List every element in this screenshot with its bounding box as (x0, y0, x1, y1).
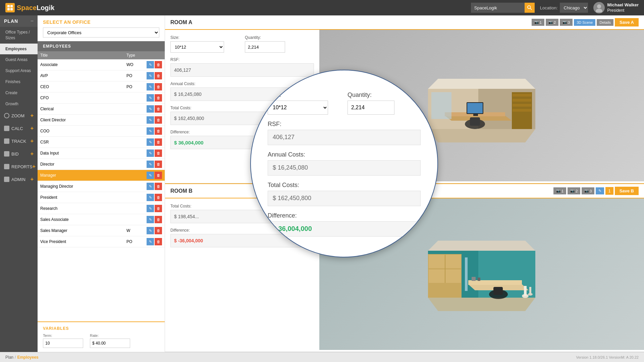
emp-edit-button[interactable]: ✎ (147, 194, 154, 201)
table-row[interactable]: AVP PO ✎ 🗑 (38, 70, 165, 81)
panel-b-img1-button[interactable]: 📷 1 (553, 187, 566, 194)
admin-plus-icon[interactable]: + (31, 176, 34, 182)
emp-edit-button[interactable]: ✎ (147, 138, 154, 146)
table-row[interactable]: Sales Associate ✎ 🗑 (38, 214, 165, 225)
emp-delete-button[interactable]: 🗑 (155, 94, 162, 102)
emp-edit-button[interactable]: ✎ (147, 127, 154, 135)
emp-delete-button[interactable]: 🗑 (155, 116, 162, 124)
bid-plus-icon[interactable]: + (31, 151, 34, 157)
table-row[interactable]: Sales Manager W ✎ 🗑 (38, 225, 165, 236)
panel-a-img3-button[interactable]: 📷 3 (560, 19, 573, 26)
emp-delete-button[interactable]: 🗑 (155, 72, 162, 79)
location-select[interactable]: Chicago (560, 3, 588, 13)
emp-delete-button[interactable]: 🗑 (155, 61, 162, 68)
table-row[interactable]: Managing Director ✎ 🗑 (38, 181, 165, 192)
sidebar-item-employees[interactable]: Employees (0, 44, 38, 55)
sidebar-item-guest-areas[interactable]: Guest Areas (0, 54, 38, 65)
emp-delete-button[interactable]: 🗑 (155, 149, 162, 157)
sidebar-item-create[interactable]: Create (0, 87, 38, 99)
table-row[interactable]: CSR ✎ 🗑 (38, 137, 165, 148)
sidebar-item-track[interactable]: TRACK + (0, 135, 38, 147)
employees-section: EMPLOYEES Title Type Associate WO ✎ 🗑 (38, 41, 165, 321)
search-button[interactable] (525, 3, 535, 13)
emp-edit-button[interactable]: ✎ (147, 238, 154, 245)
zoom-size-select[interactable]: 10*12 (268, 101, 328, 115)
table-row[interactable]: Director ✎ 🗑 (38, 159, 165, 170)
emp-delete-button[interactable]: 🗑 (155, 138, 162, 146)
emp-edit-button[interactable]: ✎ (147, 94, 154, 102)
reports-plus-icon[interactable]: + (33, 164, 36, 170)
table-row[interactable]: CFO ✎ 🗑 (38, 93, 165, 104)
term-input[interactable] (43, 339, 83, 348)
emp-delete-button[interactable]: 🗑 (155, 83, 162, 90)
track-plus-icon[interactable]: + (31, 138, 34, 144)
emp-edit-button[interactable]: ✎ (147, 116, 154, 124)
table-row[interactable]: President ✎ 🗑 (38, 192, 165, 203)
emp-delete-button[interactable]: 🗑 (155, 161, 162, 168)
sidebar-item-office-types[interactable]: Office Types / Sizes (0, 27, 38, 44)
sidebar-item-growth[interactable]: Growth (0, 99, 38, 110)
panel-a-save-button[interactable]: Save A (615, 18, 639, 26)
emp-delete-button[interactable]: 🗑 (155, 172, 162, 179)
panel-a-3d-button[interactable]: 3D Scene (574, 19, 595, 26)
breadcrumb-plan[interactable]: Plan (5, 355, 13, 360)
emp-delete-button[interactable]: 🗑 (155, 205, 162, 212)
panel-b-img3-button[interactable]: 📷 3 (582, 187, 594, 194)
emp-delete-button[interactable]: 🗑 (155, 127, 162, 135)
emp-delete-button[interactable]: 🗑 (155, 105, 162, 113)
emp-edit-button[interactable]: ✎ (147, 61, 154, 68)
plan-collapse-button[interactable]: − (31, 18, 34, 24)
panel-b-edit-button[interactable]: ✎ (596, 187, 604, 194)
table-row[interactable]: Data Input ✎ 🗑 (38, 148, 165, 159)
table-row[interactable]: CEO PO ✎ 🗑 (38, 81, 165, 93)
sidebar-item-calc[interactable]: CALC + (0, 122, 38, 135)
sidebar-item-admin[interactable]: ADMIN + (0, 173, 38, 186)
panel-a-details-button[interactable]: Details (597, 19, 613, 26)
table-row[interactable]: Vice President PO ✎ 🗑 (38, 236, 165, 247)
emp-edit-button[interactable]: ✎ (147, 83, 154, 90)
emp-edit-button[interactable]: ✎ (147, 72, 154, 79)
emp-delete-button[interactable]: 🗑 (155, 216, 162, 223)
office-select[interactable]: Corporate Offices Branch Offices Remote … (43, 27, 159, 38)
rsf-value (170, 63, 314, 77)
zoom-qty-input[interactable] (347, 101, 394, 115)
panel-a-img2-button[interactable]: 📷 2 (546, 19, 558, 26)
qty-input[interactable] (245, 41, 285, 53)
emp-edit-button[interactable]: ✎ (147, 161, 154, 168)
rate-input[interactable] (90, 339, 130, 348)
table-row[interactable]: Research ✎ 🗑 (38, 203, 165, 214)
panel-a-img1-button[interactable]: 📷 1 (532, 19, 544, 26)
table-row[interactable]: COO ✎ 🗑 (38, 126, 165, 137)
table-row[interactable]: Client Director ✎ 🗑 (38, 115, 165, 126)
size-select[interactable]: 10*12 (170, 41, 224, 53)
svg-rect-14 (513, 99, 531, 102)
calc-plus-icon[interactable]: + (31, 125, 34, 131)
emp-delete-button[interactable]: 🗑 (155, 238, 162, 245)
sidebar-item-reports[interactable]: REPORTS + (0, 160, 38, 173)
emp-edit-button[interactable]: ✎ (147, 227, 154, 234)
panel-b-save-button[interactable]: Save B (615, 187, 639, 195)
search-input[interactable] (471, 3, 525, 13)
panel-b-img2-button[interactable]: 📷 2 (568, 187, 580, 194)
emp-edit-button[interactable]: ✎ (147, 105, 154, 113)
emp-edit-button[interactable]: ✎ (147, 149, 154, 157)
sidebar-item-finishes[interactable]: Finishes (0, 76, 38, 87)
emp-delete-button[interactable]: 🗑 (155, 194, 162, 201)
select-office-header: SELECT AN OFFICE Corporate Offices Branc… (38, 15, 165, 41)
sidebar-item-zoom[interactable]: ZOOM + (0, 109, 38, 122)
emp-edit-button[interactable]: ✎ (147, 216, 154, 223)
emp-edit-button[interactable]: ✎ (147, 183, 154, 190)
table-row[interactable]: Clerical ✎ 🗑 (38, 104, 165, 115)
sidebar-item-support-areas[interactable]: Support Areas (0, 65, 38, 76)
sidebar-item-bid[interactable]: BID + (0, 147, 38, 160)
zoom-rsf-field: RSF: (268, 121, 421, 151)
table-row[interactable]: Associate WO ✎ 🗑 (38, 59, 165, 70)
svg-rect-32 (445, 255, 445, 283)
svg-point-4 (528, 6, 531, 9)
emp-edit-button[interactable]: ✎ (147, 205, 154, 212)
zoom-plus-icon[interactable]: + (31, 113, 34, 119)
emp-edit-button[interactable]: ✎ (147, 172, 154, 179)
emp-delete-button[interactable]: 🗑 (155, 183, 162, 190)
emp-delete-button[interactable]: 🗑 (155, 227, 162, 234)
table-row[interactable]: Manager ✎ 🗑 (38, 170, 165, 181)
